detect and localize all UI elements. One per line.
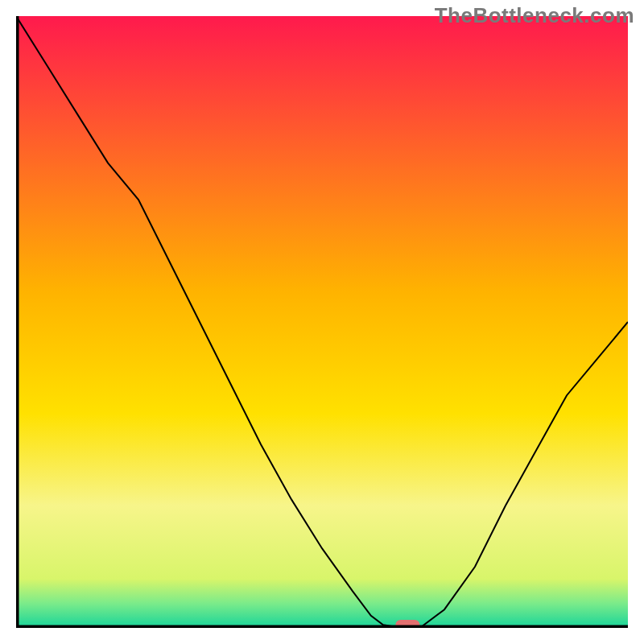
watermark-text: TheBottleneck.com <box>435 3 634 28</box>
gradient-background <box>16 16 628 628</box>
chart-wrapper: TheBottleneck.com <box>0 0 644 644</box>
plot-area <box>16 16 628 628</box>
chart-svg <box>16 16 628 628</box>
